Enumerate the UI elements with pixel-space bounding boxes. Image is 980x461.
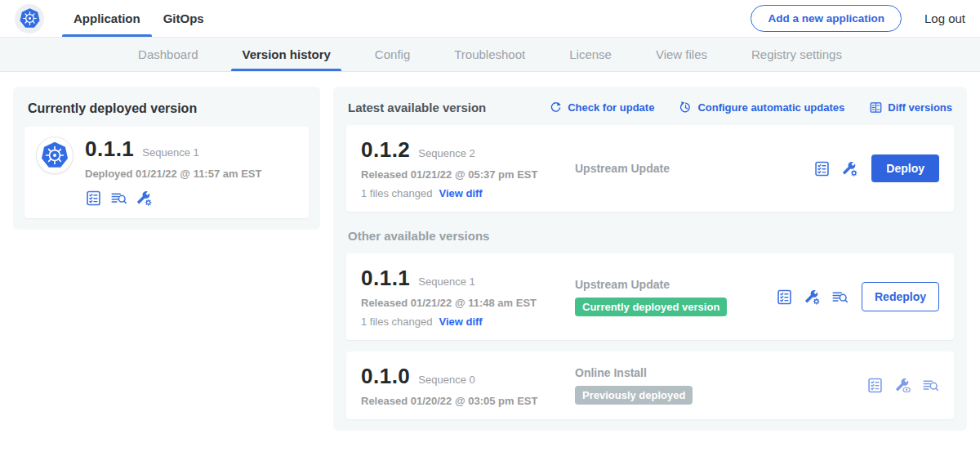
deployed-version-number: 0.1.1: [85, 137, 134, 162]
check-for-update-label: Check for update: [568, 101, 654, 114]
add-application-button[interactable]: Add a new application: [751, 5, 902, 32]
sequence-label: Sequence 0: [418, 374, 474, 386]
logout-button[interactable]: Log out: [924, 11, 965, 25]
sequence-label: Sequence 1: [418, 275, 474, 288]
tab-license[interactable]: License: [547, 38, 634, 71]
deployed-timestamp: Deployed 01/21/22 @ 11:57 am EST: [85, 168, 261, 180]
edit-config-icon[interactable]: [804, 289, 821, 306]
preflight-checks-icon[interactable]: [866, 377, 884, 394]
redeploy-button[interactable]: Redeploy: [862, 282, 939, 311]
files-changed-label: 1 files changed: [361, 316, 432, 328]
version-card-0-1-1: 0.1.1 Sequence 1 Released 01/21/22 @ 11:…: [346, 253, 954, 340]
deployed-sequence-label: Sequence 1: [142, 146, 198, 159]
latest-available-version-title: Latest available version: [348, 101, 486, 114]
deployed-version-card: 0.1.1 Sequence 1 Deployed 01/21/22 @ 11:…: [24, 127, 309, 218]
nav-tab-gitops[interactable]: GitOps: [152, 0, 216, 37]
configure-automatic-updates-link[interactable]: Configure automatic updates: [679, 101, 844, 114]
other-available-versions-title: Other available versions: [348, 229, 952, 243]
preflight-checks-icon[interactable]: [85, 190, 102, 207]
tab-troubleshoot[interactable]: Troubleshoot: [432, 38, 547, 71]
diff-versions-label: Diff versions: [888, 101, 952, 114]
check-for-update-link[interactable]: Check for update: [549, 101, 654, 114]
app-logo-kubernetes-icon: [36, 137, 74, 174]
sequence-label: Sequence 2: [418, 147, 474, 159]
released-timestamp: Released 01/20/22 @ 03:05 pm EST: [361, 395, 575, 407]
diff-icon: [869, 101, 883, 114]
currently-deployed-title: Currently deployed version: [28, 101, 305, 116]
version-source-label: Upstream Update: [575, 278, 776, 291]
app-subnav: Dashboard Version history Config Trouble…: [0, 38, 980, 72]
nav-tab-application[interactable]: Application: [62, 0, 152, 37]
currently-deployed-panel: Currently deployed version 0.1.1 Sequenc…: [13, 87, 320, 230]
refresh-icon: [549, 101, 563, 114]
version-number: 0.1.2: [361, 137, 410, 163]
tab-config[interactable]: Config: [353, 38, 432, 71]
deploy-logs-icon[interactable]: [831, 289, 849, 306]
main-content: Currently deployed version 0.1.1 Sequenc…: [0, 72, 980, 431]
configure-automatic-updates-label: Configure automatic updates: [697, 101, 844, 114]
top-nav: Application GitOps Add a new application…: [0, 0, 980, 38]
preflight-checks-icon[interactable]: [776, 289, 793, 306]
available-versions-panel: Latest available version Check for updat…: [333, 87, 967, 431]
tab-view-files[interactable]: View files: [634, 38, 729, 71]
nav-tab-application-label: Application: [74, 11, 140, 25]
nav-tab-gitops-label: GitOps: [163, 11, 204, 25]
files-changed-label: 1 files changed: [361, 187, 432, 199]
schedule-icon: [679, 101, 693, 114]
tab-registry-settings[interactable]: Registry settings: [729, 38, 864, 71]
view-config-icon[interactable]: [894, 377, 911, 394]
previously-deployed-badge: Previously deployed: [575, 386, 693, 405]
topnav-spacer: [216, 0, 751, 37]
tab-dashboard[interactable]: Dashboard: [116, 38, 220, 71]
tab-version-history[interactable]: Version history: [220, 38, 352, 71]
currently-deployed-badge: Currently deployed version: [575, 298, 727, 316]
version-source-label: Online Install: [575, 366, 866, 379]
version-card-0-1-2: 0.1.2 Sequence 2 Released 01/21/22 @ 05:…: [346, 125, 954, 212]
deploy-logs-icon[interactable]: [922, 377, 939, 394]
released-timestamp: Released 01/21/22 @ 11:48 am EST: [361, 297, 575, 309]
deploy-logs-icon[interactable]: [110, 190, 127, 207]
deploy-button[interactable]: Deploy: [871, 154, 939, 182]
version-source-label: Upstream Update: [575, 162, 813, 175]
version-number: 0.1.0: [361, 364, 410, 389]
version-number: 0.1.1: [361, 266, 410, 291]
edit-config-icon[interactable]: [136, 190, 153, 207]
version-card-0-1-0: 0.1.0 Sequence 0 Released 01/20/22 @ 03:…: [346, 351, 954, 419]
view-diff-link[interactable]: View diff: [439, 187, 482, 199]
diff-versions-link[interactable]: Diff versions: [869, 101, 952, 114]
app-brand: [15, 0, 44, 37]
kubernetes-logo-icon: [15, 4, 44, 34]
edit-config-icon[interactable]: [841, 160, 858, 177]
preflight-checks-icon[interactable]: [813, 160, 831, 177]
view-diff-link[interactable]: View diff: [439, 316, 482, 328]
released-timestamp: Released 01/21/22 @ 05:37 pm EST: [361, 168, 575, 181]
